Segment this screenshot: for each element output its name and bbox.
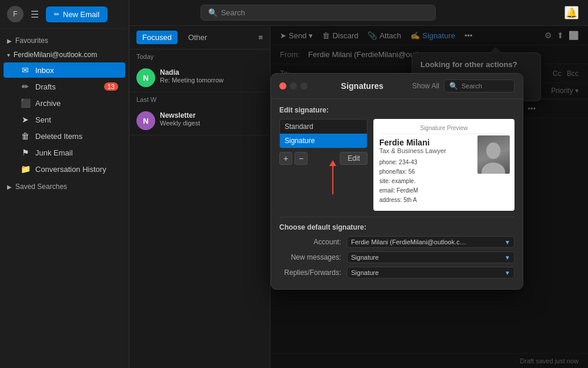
archive-icon: ⬛: [20, 98, 31, 108]
signatures-dialog-overlay: Signatures Show All 🔍 Search Edit signat…: [270, 26, 588, 368]
dialog-body: Edit signature: Standard Signature +: [271, 99, 523, 289]
replies-row: Replies/Forwards: Signature ▼: [279, 267, 514, 279]
content-area: Focused Other ≡ Today N Nadia Re: Meetin…: [129, 26, 588, 368]
inbox-icon: ✉: [20, 65, 31, 75]
sidebar-item-archive[interactable]: ⬛ Archive: [4, 95, 125, 111]
sidebar-nav: ▶ Favourites ▾ FerdieMilani@outlook.com …: [0, 29, 129, 198]
email-content: Nadia Re: Meeting tomorrow: [160, 68, 263, 84]
show-all-button[interactable]: Show All: [412, 82, 439, 90]
filter-icon[interactable]: ≡: [258, 33, 263, 42]
deleted-icon: 🗑: [20, 131, 31, 141]
compose-pane: ➤ Send ▾ 🗑 Discard 📎 Attach ✍ Signature: [270, 26, 588, 368]
sig-list-item-standard[interactable]: Standard: [280, 120, 367, 134]
chevron-right-icon2: ▶: [7, 184, 12, 190]
edit-sig-label: Edit signature:: [279, 106, 514, 114]
sig-preview-photo: [477, 135, 510, 174]
avatar: F: [7, 6, 24, 22]
new-messages-label: New messages:: [279, 253, 341, 261]
photo-placeholder: [477, 135, 510, 174]
account-row-label: Account:: [279, 238, 341, 246]
maximize-button[interactable]: [300, 82, 308, 89]
drafts-badge: 13: [104, 82, 118, 91]
sidebar-item-favourites[interactable]: ▶ Favourites: [0, 34, 129, 48]
red-arrow: [332, 165, 333, 194]
tab-focused[interactable]: Focused: [136, 31, 178, 44]
date-today-label: Today: [129, 49, 270, 64]
select-arrow2-icon: ▼: [505, 254, 510, 261]
sidebar-item-saved-searches[interactable]: ▶ Saved Searches: [0, 180, 129, 194]
traffic-lights: [279, 82, 308, 89]
sidebar-item-sent[interactable]: ➤ Sent: [4, 112, 125, 127]
signatures-dialog: Signatures Show All 🔍 Search Edit signat…: [270, 73, 523, 290]
dialog-titlebar: Signatures Show All 🔍 Search: [271, 74, 523, 99]
avatar: N: [136, 68, 155, 87]
sig-preview-box: Signature Preview Ferdie Milani Tax & Bu…: [373, 119, 514, 211]
sidebar-account-header[interactable]: ▾ FerdieMilani@outlook.com: [0, 48, 129, 62]
tab-other[interactable]: Other: [182, 31, 213, 44]
select-arrow3-icon: ▼: [505, 270, 510, 276]
email-list-tabs: Focused Other ≡: [129, 26, 270, 49]
sidebar-top: F ☰ ✏ New Email: [0, 0, 129, 29]
select-arrow-icon: ▼: [505, 239, 510, 246]
account-row: Account: Ferdie Milani (FerdieMilani@out…: [279, 236, 514, 248]
sig-list-controls: + − Edit: [279, 152, 368, 165]
minimize-button[interactable]: [290, 82, 297, 89]
email-content: Newsletter Weekly digest: [160, 111, 263, 127]
compose-icon: ✏: [54, 11, 59, 18]
arrow-head: [329, 160, 336, 166]
add-sig-button[interactable]: +: [279, 152, 292, 165]
list-item[interactable]: N Nadia Re: Meeting tomorrow: [129, 64, 270, 92]
list-item[interactable]: N Newsletter Weekly digest: [129, 107, 270, 135]
conversation-icon: 📁: [20, 164, 31, 174]
search-bar[interactable]: 🔍 Search: [201, 5, 436, 21]
email-sender: Newsletter: [160, 111, 263, 120]
dialog-search-bar[interactable]: 🔍 Search: [444, 79, 514, 92]
sidebar: F ☰ ✏ New Email ▶ Favourites ▾ FerdieMil…: [0, 0, 129, 368]
new-email-button[interactable]: ✏ New Email: [46, 6, 108, 22]
sig-list-area: Standard Signature + − Edit: [279, 119, 514, 211]
remove-sig-button[interactable]: −: [295, 152, 308, 165]
sig-names-list: Standard Signature: [279, 119, 368, 148]
date-lastweek-label: Last W: [129, 92, 270, 107]
default-sig-section: Choose default signature: Account: Ferdi…: [279, 217, 514, 279]
close-button[interactable]: [279, 82, 286, 89]
sig-list-item-signature[interactable]: Signature: [280, 134, 367, 148]
sidebar-item-junk[interactable]: ⚑ Junk Email: [4, 145, 125, 160]
chevron-right-icon: ▶: [7, 38, 12, 44]
replies-label: Replies/Forwards:: [279, 268, 341, 277]
svg-point-0: [486, 142, 500, 159]
replies-select[interactable]: Signature ▼: [347, 267, 514, 279]
chevron-down-icon: ▾: [7, 52, 10, 58]
new-messages-select[interactable]: Signature ▼: [347, 251, 514, 263]
hamburger-button[interactable]: ☰: [28, 8, 41, 21]
account-select[interactable]: Ferdie Milani (FerdieMilani@outlook.com)…: [347, 236, 514, 248]
email-sender: Nadia: [160, 68, 263, 77]
sidebar-item-conversation[interactable]: 📁 Conversation History: [4, 161, 125, 177]
default-sig-label: Choose default signature:: [279, 223, 514, 231]
email-subject: Weekly digest: [160, 120, 263, 127]
new-messages-row: New messages: Signature ▼: [279, 251, 514, 263]
main-area: 🔍 Search 🔔 Focused Other ≡ Today N Nadia…: [129, 0, 588, 368]
svg-point-1: [482, 163, 505, 174]
search-icon: 🔍: [208, 8, 218, 17]
junk-icon: ⚑: [20, 148, 31, 157]
avatar: N: [136, 111, 155, 130]
sent-icon: ➤: [20, 115, 31, 124]
drafts-icon: ✏: [20, 82, 31, 91]
dialog-title: Signatures: [317, 81, 407, 91]
top-bar: 🔍 Search 🔔: [129, 0, 588, 26]
email-list-pane: Focused Other ≡ Today N Nadia Re: Meetin…: [129, 26, 270, 368]
notification-button[interactable]: 🔔: [564, 6, 579, 19]
email-subject: Re: Meeting tomorrow: [160, 77, 263, 84]
sig-preview-title: Signature Preview: [379, 125, 509, 134]
sidebar-item-drafts[interactable]: ✏ Drafts 13: [4, 79, 125, 94]
search-icon2: 🔍: [449, 82, 458, 90]
sidebar-item-inbox[interactable]: ✉ Inbox: [4, 62, 125, 78]
edit-sig-button[interactable]: Edit: [340, 152, 368, 165]
sidebar-item-deleted[interactable]: 🗑 Deleted Items: [4, 128, 125, 144]
